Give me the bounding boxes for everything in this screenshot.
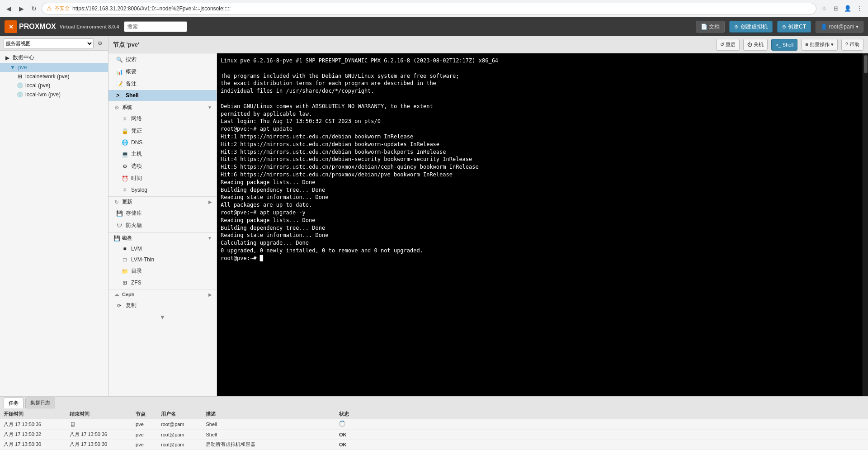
table-row[interactable]: 八月 17 13:50:32八月 17 13:50:36pveroot@pamS… [0,430,868,440]
menu-icon[interactable]: ⋮ [854,4,864,14]
reboot-button[interactable]: ↺ 重启 [716,39,740,51]
warning-icon: ⚠ [47,5,52,12]
task-node: pve [132,440,157,450]
nav-hosts[interactable]: 💻 主机 [108,148,217,160]
dns-icon: 🌐 [121,139,128,146]
view-select[interactable]: 服务器视图 [4,38,94,48]
local-lvm-label: local-lvm (pve) [25,91,61,98]
nav-syslog[interactable]: ≡ Syslog [108,185,217,195]
bookmark-icon[interactable]: ☆ [819,4,829,14]
shell-button[interactable]: >_ Shell [771,39,797,51]
tab-cluster-log[interactable]: 集群日志 [25,398,55,408]
refresh-button[interactable]: ↻ [29,4,39,14]
nav-shell[interactable]: >_ Shell [108,90,217,101]
profile-icon[interactable]: 👤 [843,4,853,14]
scrollbar-thumb[interactable] [864,55,868,73]
task-user: root@pam [157,419,202,430]
col-status: 状态 [335,409,868,419]
nav-summary[interactable]: 📊 概要 [108,66,217,78]
nav-dns[interactable]: 🌐 DNS [108,137,217,148]
ceph-arrow: ▶ [208,292,212,297]
terminal-content: Linux pve 6.2.16-8-pve #1 SMP PREEMPT_DY… [221,57,859,262]
nav-directory[interactable]: 📁 目录 [108,265,217,277]
address-bar[interactable]: ⚠ 不安全 https://192.168.31.202:8006/#v1:0:… [42,3,816,14]
table-row[interactable]: 八月 17 13:50:36🖥pveroot@pamShell [0,419,868,430]
extensions-icon[interactable]: ⊞ [831,4,841,14]
hosts-icon: 💻 [121,151,128,157]
content-area: 🔍 搜索 📊 概要 📝 备注 >_ Shell ⚙ [108,53,868,396]
forward-button[interactable]: ▶ [16,4,26,14]
nav-updates-label: 更新 [122,199,132,205]
task-node: pve [132,430,157,440]
task-desc: Shell [202,430,335,440]
tree-item-local-lvm[interactable]: 💿 local-lvm (pve) [0,90,108,99]
search-icon: 🔍 [116,57,123,63]
col-end-time: 结束时间 [66,409,132,419]
back-button[interactable]: ◀ [4,4,14,14]
main-layout: 服务器视图 ⚙ ▶ 数据中心 ▼ pve ⊞ localnetwork (pve… [0,36,868,396]
tree-item-datacenter[interactable]: ▶ 数据中心 [0,52,108,63]
task-start-time: 八月 17 13:50:36 [0,419,66,430]
local-icon: 💿 [16,82,24,89]
task-status: OK [335,430,868,440]
nav-credentials[interactable]: 🔒 凭证 [108,125,217,137]
nav-lvm-thin[interactable]: □ LVM-Thin [108,254,217,265]
nav-directory-label: 目录 [131,267,142,275]
nav-zfs[interactable]: ⊞ ZFS [108,277,217,288]
datacenter-label: 数据中心 [13,54,34,62]
sidebar-header: 服务器视图 ⚙ [0,36,108,51]
user-button[interactable]: 👤 root@pam ▾ [816,21,863,33]
nav-network[interactable]: ≡ 网络 [108,113,217,125]
network-icon: ≡ [121,116,128,122]
tree-item-localnetwork[interactable]: ⊞ localnetwork (pve) [0,72,108,81]
nav-options[interactable]: ⚙ 选项 [108,160,217,172]
shutdown-button[interactable]: ⏻ 关机 [743,39,768,51]
task-end-time: 八月 17 13:50:36 [66,430,132,440]
node-label: pve [18,64,27,71]
nav-disk-section[interactable]: 💾 磁盘 ▼ [108,232,217,243]
table-row[interactable]: 八月 17 13:50:30八月 17 13:50:30pveroot@pam启… [0,440,868,450]
task-end-time: 🖥 [66,419,132,430]
browser-bar: ◀ ▶ ↻ ⚠ 不安全 https://192.168.31.202:8006/… [0,0,868,17]
terminal-area[interactable]: Linux pve 6.2.16-8-pve #1 SMP PREEMPT_DY… [217,53,863,396]
task-node: pve [132,419,157,430]
nav-lvm[interactable]: ■ LVM [108,243,217,254]
tab-tasks[interactable]: 任务 [4,398,24,408]
nav-ceph-label: Ceph [122,292,135,297]
nav-notes[interactable]: 📝 备注 [108,78,217,90]
logo-icon: ✕ [5,20,17,33]
create-vm-button[interactable]: ⊕ 创建虚拟机 [729,21,772,33]
doc-button[interactable]: 📄 文档 [696,21,725,33]
gear-icon[interactable]: ⚙ [95,39,104,48]
tree-item-local[interactable]: 💿 local (pve) [0,81,108,90]
local-lvm-icon: 💿 [16,91,24,98]
task-status: OK [335,440,868,450]
nav-search[interactable]: 🔍 搜索 [108,53,217,66]
disk-arrow: ▼ [208,236,212,241]
help-button[interactable]: ? 帮助 [841,39,863,51]
sidebar: 服务器视图 ⚙ ▶ 数据中心 ▼ pve ⊞ localnetwork (pve… [0,36,108,396]
nav-repos[interactable]: 💾 存储库 [108,207,217,219]
nav-updates-section[interactable]: ↻ 更新 ▶ [108,196,217,207]
task-start-time: 八月 17 13:50:30 [0,440,66,450]
nav-firewall[interactable]: 🛡 防火墙 [108,219,217,232]
nav-replication[interactable]: ⟳ 复制 [108,299,217,312]
terminal-scrollbar[interactable] [863,53,868,396]
pve-topbar: ✕ PROXMOX Virtual Environment 8.0.4 📄 文档… [0,17,868,36]
nav-zfs-label: ZFS [131,279,142,286]
col-node: 节点 [132,409,157,419]
nav-panel: 🔍 搜索 📊 概要 📝 备注 >_ Shell ⚙ [108,53,217,396]
nav-ceph-section[interactable]: ☁ Ceph ▶ [108,289,217,299]
tree-item-pve[interactable]: ▼ pve [0,63,108,72]
nav-disk-label: 磁盘 [122,235,132,242]
nav-time[interactable]: ⏰ 时间 [108,172,217,185]
bulk-ops-button[interactable]: ≡ 批量操作 ▾ [801,39,838,51]
nav-network-label: 网络 [131,115,142,123]
create-ct-button[interactable]: ⊕ 创建CT [777,21,811,33]
task-desc: Shell [202,419,335,430]
right-panel: 节点 'pve' ↺ 重启 ⏻ 关机 >_ Shell ≡ 批量操作 ▾ ? 帮… [108,36,868,396]
logo-text: PROXMOX [19,23,56,31]
global-search-input[interactable] [124,21,187,32]
task-desc: 启动所有虚拟机和容器 [202,440,335,450]
nav-system-section[interactable]: ⚙ 系统 ▼ [108,102,217,113]
